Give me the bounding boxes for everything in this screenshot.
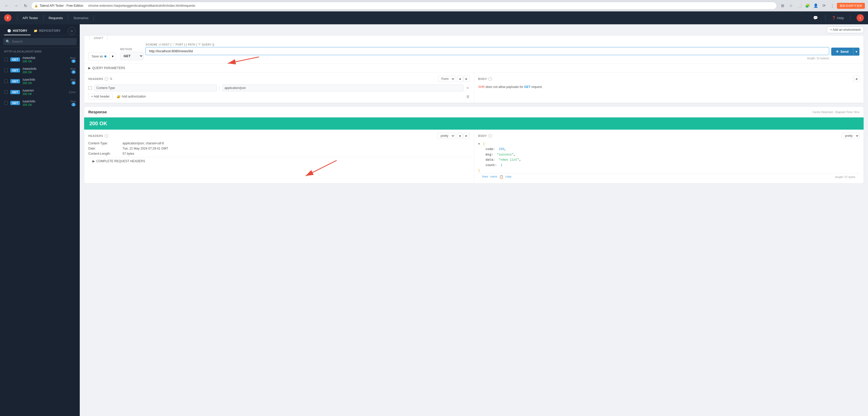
response-headers-right-button[interactable]: ►: [464, 133, 470, 139]
panel-left-button[interactable]: ◄: [457, 76, 463, 82]
history-item-meta: 8ms 3: [70, 57, 75, 63]
extensions-icon[interactable]: 🧩: [804, 2, 811, 9]
url-input[interactable]: [146, 47, 829, 55]
content-length-val: 57 bytes: [122, 152, 134, 155]
response-headers-nav: ◄ ►: [457, 133, 470, 139]
json-value-msg: "success": [497, 153, 514, 157]
history-icon: 🕐: [7, 29, 11, 33]
response-header-bar: Response Cache Detected - Elapsed Time: …: [84, 107, 864, 117]
response-headers-format-dropdown[interactable]: pretty raw: [437, 133, 455, 139]
sort-icon: ⇅: [110, 77, 113, 81]
header-divider3: [68, 15, 68, 21]
reload-button[interactable]: ↻: [22, 2, 29, 9]
tab-history[interactable]: 🕐 HISTORY: [4, 27, 31, 35]
back-button[interactable]: ←: [3, 2, 10, 9]
sync-icon[interactable]: ⟳: [820, 2, 828, 9]
save-as-group: Save as ▾: [88, 52, 116, 60]
header-divider4: [93, 15, 94, 21]
history-item-status: 200 OK: [23, 103, 68, 106]
history-checkbox[interactable]: [4, 90, 8, 94]
bookmark-icon[interactable]: ☆: [787, 2, 795, 9]
date-key: Date:: [88, 147, 119, 150]
history-checkbox[interactable]: [4, 79, 8, 83]
response-headers-left-button[interactable]: ◄: [457, 133, 463, 139]
history-checkbox[interactable]: [4, 101, 8, 105]
more-icon[interactable]: ⋮: [829, 2, 836, 9]
response-body-label: BODY: [478, 134, 487, 137]
headers-panel: HEADERS i ⇅ Form Raw ◄ ►: [84, 73, 474, 103]
add-header-button[interactable]: + Add header: [88, 93, 113, 100]
save-as-dot: [104, 55, 106, 58]
user-avatar[interactable]: I: [857, 14, 864, 22]
add-authorization-button[interactable]: 🔐 Add authorization: [115, 94, 148, 99]
list-item[interactable]: GET /user/info 200 OK 3ms 4: [0, 76, 80, 87]
list-item[interactable]: GET /news/info 200 OK 9ms 3: [0, 65, 80, 76]
method-dropdown[interactable]: GET POST PUT DELETE: [120, 52, 143, 60]
xhr-message: XHR does not allow payloads for GET requ…: [478, 84, 860, 90]
header-delete-button[interactable]: ✕: [466, 85, 470, 91]
list-item[interactable]: GET /user/err 200 OK 11ms: [0, 87, 80, 98]
body-panel: BODY i ◄ XHR does not allow payloads for…: [474, 73, 864, 103]
request-panel: DRAFT Save as ▾ METHOD GET POST: [84, 35, 864, 103]
chevron-right-icon: ▶: [88, 66, 91, 70]
draft-tab: DRAFT: [89, 35, 108, 41]
form-dropdown[interactable]: Form Raw: [438, 76, 455, 82]
save-as-dropdown-button[interactable]: ▾: [110, 52, 116, 60]
forward-button[interactable]: →: [12, 2, 20, 9]
nav-api-tester[interactable]: API Tester: [21, 15, 40, 21]
nav-requests[interactable]: Requests: [46, 15, 65, 21]
response-body-footer: lines nums 📋 copy length: 57 bytes: [478, 173, 860, 180]
add-environment-button[interactable]: + Add an environment: [827, 26, 864, 33]
method-select[interactable]: GET POST PUT DELETE: [120, 52, 144, 60]
document-icon: ⊙: [70, 29, 73, 33]
json-value-code: 200: [499, 147, 504, 151]
body-panel-left-button[interactable]: ◄: [853, 76, 860, 82]
docs-button[interactable]: ⊙: [68, 27, 75, 35]
headers-body-section: HEADERS i ⇅ Form Raw ◄ ►: [84, 73, 864, 103]
response-body-format-dropdown[interactable]: pretty raw: [842, 133, 860, 139]
restart-button[interactable]: 重新启动即可更新: [837, 3, 865, 9]
history-checkbox[interactable]: [4, 58, 8, 61]
json-collapse-toggle[interactable]: ▼: [478, 142, 480, 146]
panel-right-button[interactable]: ►: [464, 76, 470, 82]
headers-info-icon: i: [104, 77, 108, 81]
translate-icon[interactable]: ⊞: [779, 2, 786, 9]
query-params-row[interactable]: ▶ QUERY PARAMETERS: [84, 64, 864, 73]
header-divider2: [43, 15, 43, 21]
message-icon[interactable]: 💬: [812, 14, 819, 22]
response-title: Response: [88, 110, 107, 114]
help-link[interactable]: ❓ Help: [832, 16, 844, 20]
content-top-bar: + Add an environment: [80, 24, 868, 35]
list-item[interactable]: GET /user/info 200 OK 7ms 2: [0, 98, 80, 108]
send-dropdown-button[interactable]: ▾: [853, 47, 860, 56]
save-as-button[interactable]: Save as: [88, 53, 110, 60]
profile-icon[interactable]: 👤: [812, 2, 819, 9]
history-count-badge: 2: [71, 103, 75, 106]
get-link: GET: [524, 85, 531, 89]
sidebar-section-label: HTTP://LOCALHOST:8080: [0, 48, 80, 54]
response-body-panel: BODY i pretty raw ▼ { code: 200, msg:: [474, 130, 864, 183]
header-key-input[interactable]: [94, 84, 217, 91]
search-icon: 🔍: [6, 40, 10, 43]
response-body-length: length: 57 bytes: [835, 175, 855, 178]
method-label: METHOD: [120, 48, 144, 51]
query-params-label: QUERY PARAMETERS: [92, 66, 125, 70]
send-button[interactable]: ✈ Send: [831, 47, 853, 56]
cast-icon[interactable]: ⬜: [796, 2, 803, 9]
header-value-input[interactable]: [222, 84, 464, 91]
response-body-panel-header: BODY i pretty raw: [478, 133, 860, 139]
delete-all-button[interactable]: 🗑: [466, 95, 470, 99]
address-bar[interactable]: 🔒 Talend API Tester - Free Edition chrom…: [31, 2, 777, 9]
body-footer-links: lines nums 📋 copy: [483, 175, 512, 179]
response-headers-label: HEADERS: [88, 134, 103, 137]
complete-request-headers-toggle[interactable]: ▶ COMPLETE REQUEST HEADERS: [88, 157, 470, 165]
nums-link[interactable]: nums: [490, 175, 497, 179]
lines-link[interactable]: lines: [483, 175, 488, 179]
header-checkbox[interactable]: [88, 86, 92, 90]
copy-link[interactable]: copy: [505, 175, 512, 179]
history-checkbox[interactable]: [4, 69, 8, 72]
tab-repository[interactable]: 📁 REPOSITORY: [31, 27, 64, 35]
list-item[interactable]: GET /news/list 200 OK 8ms 3: [0, 54, 80, 65]
search-input[interactable]: [12, 40, 74, 43]
nav-scenarios[interactable]: Scenarios: [71, 15, 91, 21]
